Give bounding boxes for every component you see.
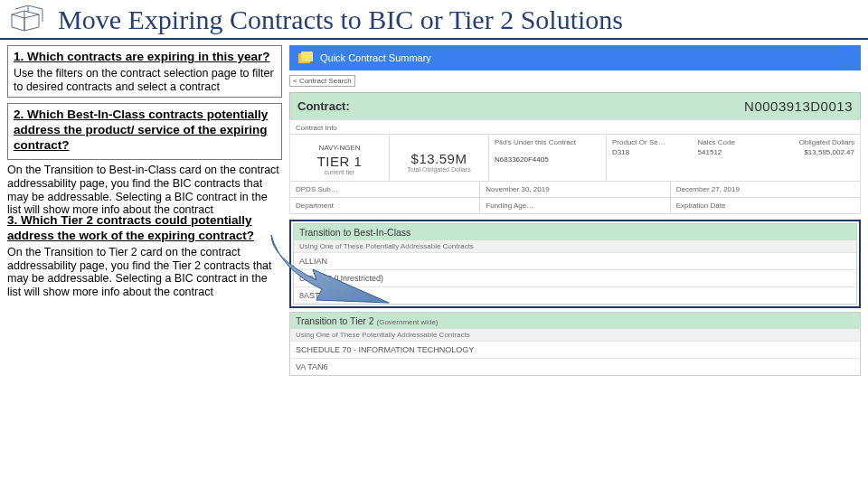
page-title: Move Expiring Contracts to BIC or Tier 2… (58, 5, 623, 35)
step-3-heading: 3. Which Tier 2 contracts could potentia… (7, 213, 282, 244)
back-link[interactable]: < Contract Search (289, 75, 355, 87)
bic-item[interactable]: CIO-SP3 (Unrestricted) (294, 269, 856, 286)
contract-label: Contract: (297, 99, 350, 113)
summary-row: NAVY-NGEN TIER 1 current tier $13.59M To… (289, 134, 861, 182)
tier2-item[interactable]: SCHEDULE 70 - INFORMATION TECHNOLOGY (290, 341, 860, 358)
contract-header: Contract: N0003913D0013 (289, 92, 861, 120)
qcs-title: Quick Contract Summary (320, 52, 431, 63)
piids-box: Piid's Under this Contract N6833620F4405 (489, 135, 607, 181)
tier2-card-sub: Using One of These Potentially Addressab… (290, 329, 860, 341)
step-1-box: 1. Which contracts are expiring in this … (7, 45, 282, 98)
screenshot-column: Quick Contract Summary < Contract Search… (289, 40, 868, 376)
cube-logo (5, 4, 49, 36)
step-2-body: On the Transition to Best-in-Class card … (7, 164, 282, 217)
tier-box: NAVY-NGEN TIER 1 current tier (290, 135, 390, 181)
step-1-body: Use the filters on the contract selectio… (14, 67, 276, 94)
tier2-card-title: Transition to Tier 2 (Government wide) (290, 313, 860, 329)
bic-highlight-frame: Transition to Best-In-Class Using One of… (289, 220, 861, 308)
step-2-3-overflow: On the Transition to Best-in-Class card … (7, 164, 282, 299)
bic-card-title: Transition to Best-In-Class (294, 224, 856, 240)
contract-info-strip: Contract Info (289, 119, 861, 135)
folder-icon (297, 49, 315, 67)
product-box: Product Or Se… Naics Code Obligated Doll… (607, 135, 860, 181)
contract-value: N0003913D0013 (744, 99, 853, 114)
contract-info-label: Contract Info (296, 124, 337, 132)
obligated-box: $13.59M Total Obligated Dollars (390, 135, 489, 181)
bic-card: Transition to Best-In-Class Using One of… (293, 223, 857, 305)
bic-item[interactable]: ALLIAN (294, 252, 856, 269)
bic-item[interactable]: 8ASTARS2 (294, 286, 856, 304)
dates-row-2: Department Funding Age… Expiration Date (289, 197, 861, 214)
instructions-column: 1. Which contracts are expiring in this … (0, 40, 289, 376)
step-2-box: 2. Which Best-In-Class contracts potenti… (7, 103, 282, 160)
bic-card-sub: Using One of These Potentially Addressab… (294, 240, 856, 252)
step-1-heading: 1. Which contracts are expiring in this … (14, 50, 276, 65)
qcs-title-bar: Quick Contract Summary (289, 45, 861, 70)
tier2-item[interactable]: VA TAN6 (290, 358, 860, 375)
svg-rect-1 (301, 52, 313, 61)
dates-row: DPDS Sub… November 30, 2019 December 27,… (289, 181, 861, 198)
slide-header: Move Expiring Contracts to BIC or Tier 2… (0, 0, 868, 40)
step-2-heading: 2. Which Best-In-Class contracts potenti… (14, 108, 276, 154)
tier2-card: Transition to Tier 2 (Government wide) U… (289, 312, 861, 376)
step-3-body: On the Transition to Tier 2 card on the … (7, 246, 282, 299)
